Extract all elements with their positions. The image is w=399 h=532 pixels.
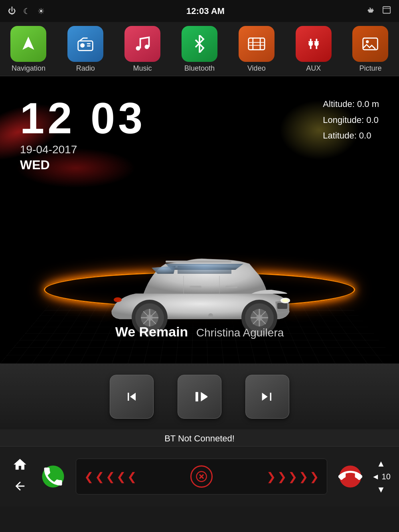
volume-down-button[interactable]: ▼	[377, 485, 385, 495]
time-hours: 12	[20, 93, 75, 142]
power-icon[interactable]: ⏻	[8, 6, 16, 16]
status-bar-right	[366, 6, 391, 16]
altitude-text: Altitude: 0.0 m	[323, 96, 379, 112]
usb-icon	[366, 6, 375, 16]
svg-rect-2	[78, 41, 93, 51]
gps-info: Altitude: 0.0 m Longitude: 0.0 Latitude:…	[323, 96, 379, 144]
status-time: 12:03 AM	[186, 6, 225, 16]
svg-rect-15	[363, 38, 378, 49]
aux-icon	[296, 26, 332, 62]
svg-point-40	[208, 313, 213, 318]
svg-point-20	[282, 299, 288, 302]
status-bar: ⏻ ☾ ☀ 12:03 AM	[0, 0, 399, 22]
latitude-text: Latitude: 0.0	[323, 128, 379, 144]
svg-rect-5	[87, 45, 91, 47]
radio-icon	[67, 26, 103, 62]
volume-col: ▲ ◄ 10 ▼	[369, 459, 393, 495]
day-text: WED	[20, 158, 146, 172]
home-button[interactable]	[12, 457, 28, 475]
svg-rect-38	[190, 286, 201, 288]
video-label: Video	[247, 64, 266, 73]
bottom-bar: BT Not Conneted! ❮ ❮ ❮ ❮ ❮	[0, 429, 399, 506]
svg-point-14	[314, 42, 318, 46]
window-icon	[382, 6, 391, 16]
nav-label: Navigation	[12, 64, 45, 73]
date-text: 19-04-2017	[20, 143, 146, 156]
song-info: We Remain Christina Aguilera	[115, 324, 284, 340]
player-controls	[0, 364, 399, 429]
app-video[interactable]: Video	[231, 26, 282, 73]
cancel-button[interactable]	[190, 465, 213, 488]
radio-label: Radio	[76, 64, 95, 73]
music-icon	[124, 26, 160, 62]
answer-call-button[interactable]	[38, 462, 68, 492]
time-big: 12 03	[20, 96, 146, 140]
app-bar: Navigation Radio Music Bluetooth Video A…	[0, 22, 399, 76]
bottom-controls: ❮ ❮ ❮ ❮ ❮ ❯ ❯ ❯ ❯ ❯	[0, 447, 399, 506]
svg-point-16	[366, 40, 369, 43]
app-navigation[interactable]: Navigation	[2, 26, 54, 73]
song-title: We Remain	[115, 324, 188, 339]
bt-status: BT Not Conneted!	[0, 429, 399, 447]
volume-up-button[interactable]: ▲	[377, 459, 385, 469]
picture-icon	[352, 26, 388, 62]
svg-rect-18	[277, 303, 287, 309]
arrows-left: ❮ ❮ ❮ ❮ ❮	[84, 470, 136, 483]
status-bar-left: ⏻ ☾ ☀	[8, 6, 45, 16]
picture-label: Picture	[359, 64, 381, 73]
app-radio[interactable]: Radio	[59, 26, 111, 73]
video-icon	[239, 26, 275, 62]
svg-rect-0	[383, 7, 390, 14]
svg-point-7	[145, 45, 149, 49]
next-button[interactable]	[245, 375, 289, 419]
moon-icon[interactable]: ☾	[23, 6, 30, 16]
app-music[interactable]: Music	[117, 26, 168, 73]
svg-point-3	[80, 43, 85, 47]
time-display: 12 03 19-04-2017 WED	[20, 96, 146, 172]
svg-rect-8	[249, 38, 265, 49]
svg-point-21	[114, 297, 122, 302]
app-picture[interactable]: Picture	[344, 26, 396, 73]
svg-rect-41	[166, 261, 231, 263]
aux-label: AUX	[306, 64, 321, 73]
music-label: Music	[133, 64, 152, 73]
svg-rect-39	[225, 286, 237, 288]
app-bluetooth[interactable]: Bluetooth	[174, 26, 225, 73]
arrow-display: ❮ ❮ ❮ ❮ ❮ ❯ ❯ ❯ ❯ ❯	[76, 459, 327, 494]
bluetooth-icon	[182, 26, 217, 62]
back-button[interactable]	[13, 479, 27, 496]
svg-point-6	[136, 46, 140, 51]
svg-point-13	[308, 42, 313, 46]
nav-icon	[10, 26, 46, 62]
svg-rect-4	[87, 43, 91, 44]
arrows-right: ❯ ❯ ❯ ❯ ❯	[267, 470, 319, 483]
prev-button[interactable]	[110, 375, 154, 419]
longitude-text: Longitude: 0.0	[323, 112, 379, 128]
volume-label: ◄ 10	[371, 472, 391, 481]
main-content: 12 03 19-04-2017 WED Altitude: 0.0 m Lon…	[0, 76, 399, 364]
song-artist: Christina Aguilera	[196, 326, 284, 339]
app-aux[interactable]: AUX	[288, 26, 340, 73]
bluetooth-label: Bluetooth	[184, 64, 215, 73]
time-minutes: 03	[91, 93, 146, 142]
end-call-button[interactable]	[335, 462, 365, 492]
car-image	[80, 204, 319, 340]
play-pause-button[interactable]	[178, 375, 221, 419]
home-back-col	[6, 457, 34, 496]
sun-icon[interactable]: ☀	[38, 6, 45, 16]
